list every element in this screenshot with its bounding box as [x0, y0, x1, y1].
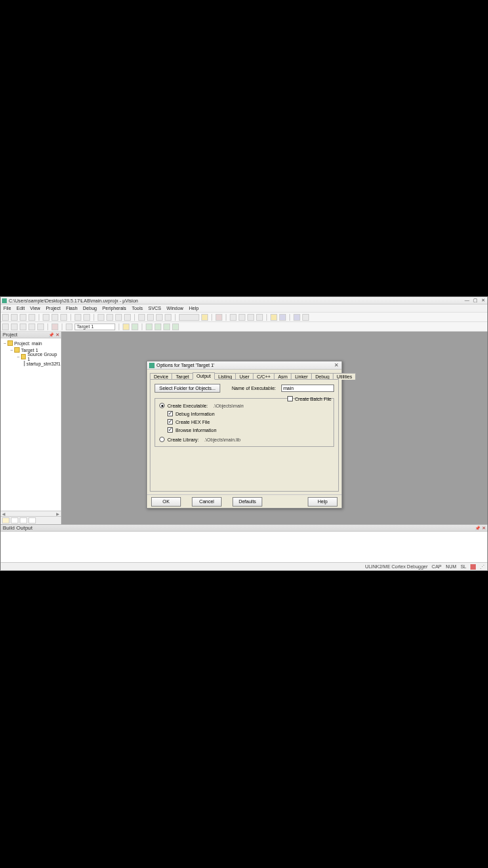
undo-icon[interactable] [75, 314, 81, 321]
menu-view[interactable]: View [30, 306, 40, 311]
menu-file[interactable]: File [3, 306, 11, 311]
create-batch-checkbox[interactable] [287, 396, 293, 401]
breakpoint-enable-icon[interactable] [239, 314, 245, 321]
breakpoint-kill-icon[interactable] [256, 314, 263, 321]
menu-debug[interactable]: Debug [83, 306, 97, 311]
indent-icon[interactable] [138, 314, 145, 321]
bookmark-next-icon[interactable] [106, 314, 113, 321]
template-icon[interactable] [172, 323, 179, 330]
menu-peripherals[interactable]: Peripherals [102, 306, 126, 311]
toolbar-sep [289, 314, 290, 321]
tab-project-icon[interactable] [2, 517, 9, 524]
menu-project[interactable]: Project [45, 306, 60, 311]
batch-build-icon[interactable] [28, 323, 35, 330]
bookmark-toggle-icon[interactable] [115, 314, 122, 321]
close-button[interactable]: ✕ [481, 298, 486, 303]
find-icon[interactable] [201, 314, 208, 321]
tab-templates-icon[interactable] [28, 517, 36, 524]
translate-icon[interactable] [2, 323, 9, 330]
expand-icon[interactable]: − [2, 341, 7, 346]
window-icon[interactable] [270, 314, 277, 321]
breakpoint-disable-icon[interactable] [247, 314, 254, 321]
new-file-icon[interactable] [2, 314, 9, 321]
output-panel-title: Build Output [3, 525, 33, 532]
toolbar-sep [175, 314, 176, 321]
menu-tools[interactable]: Tools [131, 306, 142, 311]
panel-close-icon[interactable]: ✕ [482, 525, 486, 532]
output-body[interactable] [1, 532, 487, 562]
func-icon[interactable] [163, 323, 170, 330]
comment-icon[interactable] [156, 314, 163, 321]
books-icon[interactable] [146, 323, 152, 330]
rebuild-icon[interactable] [20, 323, 26, 330]
tools-icon[interactable] [293, 314, 300, 321]
copy-icon[interactable] [52, 314, 58, 321]
minimize-button[interactable]: — [464, 298, 470, 303]
pack-installer-icon[interactable] [155, 323, 161, 330]
bookmark-prev-icon[interactable] [98, 314, 104, 321]
select-folder-button[interactable]: Select Folder for Objects... [155, 384, 220, 393]
breakpoint-insert-icon[interactable] [230, 314, 237, 321]
panel-hscroll[interactable]: ◀ ▶ [1, 511, 61, 516]
manage-project-icon[interactable] [123, 323, 129, 330]
toolbar-sep [62, 323, 62, 330]
menu-svcs[interactable]: SVCS [148, 306, 161, 311]
misc-icon[interactable] [302, 314, 309, 321]
menu-flash[interactable]: Flash [66, 306, 77, 311]
browse-info-checkbox[interactable] [167, 427, 173, 433]
toolbar-sep [119, 323, 119, 330]
cancel-button[interactable]: Cancel [192, 497, 222, 507]
manage-rte-icon[interactable] [131, 323, 138, 330]
uncomment-icon[interactable] [165, 314, 171, 321]
scroll-left-icon[interactable]: ◀ [2, 511, 5, 516]
create-library-radio[interactable] [159, 437, 165, 442]
menu-help[interactable]: Help [189, 306, 199, 311]
find-combo[interactable] [179, 314, 199, 321]
panel-close-icon[interactable]: ✕ [56, 332, 60, 338]
save-icon[interactable] [20, 314, 26, 321]
project-tree[interactable]: − Project: main − Target 1 − Source Grou… [1, 338, 61, 511]
defaults-button[interactable]: Defaults [232, 497, 262, 507]
pin-icon[interactable]: 📌 [475, 525, 480, 532]
redo-icon[interactable] [83, 314, 90, 321]
scroll-right-icon[interactable]: ▶ [56, 511, 60, 516]
stop-build-icon[interactable] [37, 323, 44, 330]
expand-icon[interactable]: − [16, 355, 21, 359]
download-icon[interactable] [52, 323, 58, 330]
dialog-button-row: OK Cancel Defaults Help [147, 494, 342, 508]
configure-icon[interactable] [279, 314, 286, 321]
menu-window[interactable]: Window [167, 306, 184, 311]
tab-functions-icon[interactable] [20, 517, 27, 524]
tree-file[interactable]: startup_stm32f1... [2, 360, 60, 367]
save-all-icon[interactable] [28, 314, 35, 321]
window-buttons: — ▢ ✕ [464, 298, 486, 303]
cut-icon[interactable] [43, 314, 49, 321]
name-of-exe-input[interactable]: main [281, 384, 334, 392]
tree-group[interactable]: − Source Group 1 [2, 353, 60, 360]
paste-icon[interactable] [60, 314, 67, 321]
tab-books-icon[interactable] [11, 517, 18, 524]
bookmark-clear-icon[interactable] [124, 314, 131, 321]
target-select[interactable]: Target 1 [75, 323, 115, 330]
create-hex-checkbox[interactable] [167, 419, 173, 425]
tab-output[interactable]: Output [192, 372, 215, 380]
browse-info-row: Browse Information [167, 426, 329, 434]
menu-edit[interactable]: Edit [16, 306, 24, 311]
status-num: NUM [445, 564, 456, 569]
toolbar-sep [94, 314, 94, 321]
open-file-icon[interactable] [11, 314, 18, 321]
build-icon[interactable] [11, 323, 18, 330]
tree-root[interactable]: − Project: main [2, 340, 60, 347]
help-button[interactable]: Help [308, 497, 338, 507]
ok-button[interactable]: OK [151, 497, 181, 507]
debug-start-icon[interactable] [216, 314, 222, 321]
dialog-close-button[interactable]: ✕ [333, 362, 340, 368]
outdent-icon[interactable] [147, 314, 154, 321]
create-executable-radio[interactable] [159, 403, 165, 408]
pin-icon[interactable]: 📌 [49, 332, 54, 338]
maximize-button[interactable]: ▢ [472, 298, 478, 303]
debug-info-checkbox[interactable] [167, 411, 173, 416]
toolbar-sep [226, 314, 226, 321]
expand-icon[interactable]: − [9, 348, 14, 353]
target-options-icon[interactable] [66, 323, 73, 330]
